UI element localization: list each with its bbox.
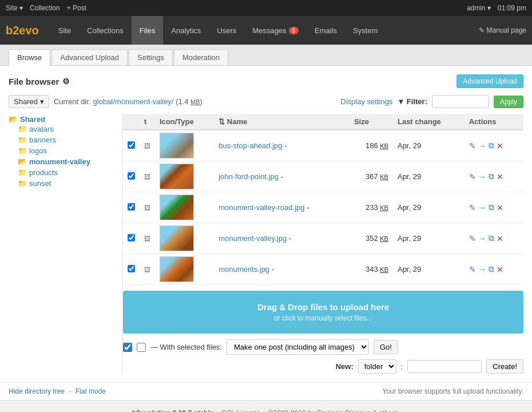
tree-folder-logos[interactable]: 📁 logos — [18, 146, 117, 155]
file-name-link-4[interactable]: monuments.jpg — [219, 265, 269, 274]
edit-icon-3[interactable]: ✎ — [469, 234, 476, 243]
footer-links: Hide directory tree - Flat mode — [9, 387, 106, 395]
file-thumbnail-1[interactable] — [160, 164, 194, 189]
current-dir-path: Current dir: global/monument-valley/ (1.… — [54, 97, 203, 106]
file-name-link-3[interactable]: monument-valley.jpg — [219, 234, 287, 243]
delete-icon-1[interactable]: ✕ — [497, 172, 503, 181]
filebrowser-title-text: File browser — [9, 77, 59, 86]
delete-icon-0[interactable]: ✕ — [497, 141, 503, 150]
time-display: 01:09 pm — [498, 4, 526, 12]
create-button[interactable]: Create! — [486, 359, 523, 374]
select-all-checkbox[interactable] — [123, 343, 132, 352]
tree-folder-avatars[interactable]: 📁 avatars — [18, 125, 117, 133]
shared-dropdown[interactable]: Shared ▾ — [9, 95, 49, 108]
col-header-name[interactable]: ⇅ Name — [214, 114, 350, 130]
delete-icon-4[interactable]: ✕ — [497, 265, 503, 274]
manual-page-link[interactable]: ✎ Manual page — [479, 26, 526, 34]
post-link[interactable]: + Post — [67, 4, 86, 12]
edit-icon-0[interactable]: ✎ — [469, 141, 476, 150]
site-menu[interactable]: Site ▾ — [6, 4, 23, 12]
selected-files-bar: — With selected files: Make one post (in… — [123, 339, 523, 355]
tree-root-shared[interactable]: 📂 Shared — [9, 115, 117, 124]
move-icon-3[interactable]: → — [478, 234, 486, 243]
nav-item-emails[interactable]: Emails — [307, 16, 345, 45]
drop-zone-main-text: Drag & Drop files to upload here — [134, 302, 512, 312]
copy-icon-3[interactable]: ⧉ — [489, 233, 494, 243]
settings-icon[interactable]: ⚙ — [62, 77, 70, 86]
tree-folder-banners-link[interactable]: banners — [29, 136, 56, 144]
file-name-link-2[interactable]: monument-valley-road.jpg — [219, 203, 304, 212]
tree-folder-monument-valley[interactable]: 📂 monument-valley — [18, 157, 117, 166]
go-button[interactable]: Go! — [374, 340, 398, 354]
flat-mode-link[interactable]: Flat mode — [76, 387, 106, 395]
delete-icon-3[interactable]: ✕ — [497, 234, 503, 243]
file-thumbnail-3[interactable] — [160, 225, 194, 251]
delete-icon-2[interactable]: ✕ — [497, 203, 503, 212]
tree-root-label[interactable]: Shared — [20, 115, 45, 124]
tree-folder-banners[interactable]: 📁 banners — [18, 136, 117, 144]
copy-icon-2[interactable]: ⧉ — [489, 203, 494, 212]
edit-icon-2[interactable]: ✎ — [469, 203, 476, 212]
table-row: 🖼 john-ford-point.jpg - 367 KB Apr, 29 ✎… — [123, 161, 523, 192]
move-icon-1[interactable]: → — [478, 172, 486, 181]
display-settings-link[interactable]: Display settings — [340, 97, 392, 106]
hide-dir-tree-link[interactable]: Hide directory tree — [9, 387, 65, 395]
tree-folder-sunset-link[interactable]: sunset — [29, 179, 51, 188]
apply-filter-button[interactable]: Apply — [494, 96, 523, 108]
nav-item-collections[interactable]: Collections — [79, 16, 132, 45]
directory-tree: 📂 Shared 📁 avatars 📁 — [9, 114, 123, 374]
new-name-input[interactable] — [407, 360, 482, 373]
file-checkbox-4[interactable] — [128, 265, 135, 272]
file-checkbox-2[interactable] — [128, 203, 135, 211]
tab-settings[interactable]: Settings — [129, 49, 173, 65]
nav-item-files[interactable]: Files — [132, 16, 163, 45]
select-none-checkbox[interactable] — [137, 343, 146, 352]
filter-input[interactable] — [432, 95, 489, 108]
move-icon-4[interactable]: → — [478, 265, 486, 274]
file-type-icon-1: 🖼 — [144, 173, 150, 180]
list-item: 📁 avatars — [18, 124, 117, 134]
move-icon-2[interactable]: → — [478, 203, 486, 212]
tree-folder-logos-link[interactable]: logos — [29, 146, 47, 155]
tree-folder-avatars-link[interactable]: avatars — [29, 125, 54, 133]
edit-icon-1[interactable]: ✎ — [469, 172, 476, 181]
nav-item-site[interactable]: Site — [50, 16, 79, 45]
drop-zone[interactable]: Drag & Drop files to upload here or clic… — [123, 291, 523, 334]
action-select[interactable]: Make one post (including all images) Del… — [227, 339, 369, 355]
file-thumbnail-4[interactable] — [160, 256, 194, 282]
copy-icon-1[interactable]: ⧉ — [489, 172, 494, 181]
nav-item-system[interactable]: System — [345, 16, 386, 45]
nav-item-analytics[interactable]: Analytics — [163, 16, 209, 45]
copy-icon-0[interactable]: ⧉ — [489, 141, 494, 150]
main-nav: b2evo Site Collections Files Analytics U… — [0, 16, 532, 45]
admin-user[interactable]: admin ▾ — [467, 4, 491, 12]
tree-folder-monument-valley-link[interactable]: monument-valley — [29, 157, 90, 166]
file-name-link-1[interactable]: john-ford-point.jpg — [219, 172, 279, 181]
page-footer: b2evolution 6.10.7-stable – GPL License … — [0, 400, 532, 412]
tab-advanced-upload[interactable]: Advanced Upload — [51, 49, 128, 65]
tab-moderation[interactable]: Moderation — [174, 49, 228, 65]
file-name-link-0[interactable]: bus-stop-ahead.jpg — [219, 141, 282, 150]
file-checkbox-0[interactable] — [128, 141, 135, 149]
folder-open-icon: 📂 — [9, 115, 18, 124]
new-type-select[interactable]: folder — [358, 359, 396, 374]
tree-folder-sunset[interactable]: 📁 sunset — [18, 179, 117, 188]
file-checkbox-3[interactable] — [128, 234, 135, 241]
folder-icon: 📁 — [18, 179, 27, 188]
file-thumbnail-2[interactable] — [160, 195, 194, 220]
nav-item-messages[interactable]: Messages 6 — [244, 16, 307, 45]
tab-browse[interactable]: Browse — [9, 49, 50, 66]
edit-icon-4[interactable]: ✎ — [469, 265, 476, 274]
brand-logo[interactable]: b2evo — [6, 24, 39, 37]
file-thumbnail-0[interactable] — [160, 133, 194, 159]
tree-folder-products-link[interactable]: products — [29, 168, 58, 177]
collection-link[interactable]: Collection — [30, 4, 60, 12]
file-checkbox-1[interactable] — [128, 172, 135, 180]
nav-item-users[interactable]: Users — [209, 16, 244, 45]
page-footer-license: GPL License — [221, 409, 260, 412]
copy-icon-4[interactable]: ⧉ — [489, 264, 494, 274]
move-icon-0[interactable]: → — [478, 141, 486, 150]
advanced-upload-button[interactable]: Advanced Upload — [456, 74, 523, 88]
dir-path-link[interactable]: global/monument-valley/ — [93, 97, 174, 106]
tree-folder-products[interactable]: 📁 products — [18, 168, 117, 177]
